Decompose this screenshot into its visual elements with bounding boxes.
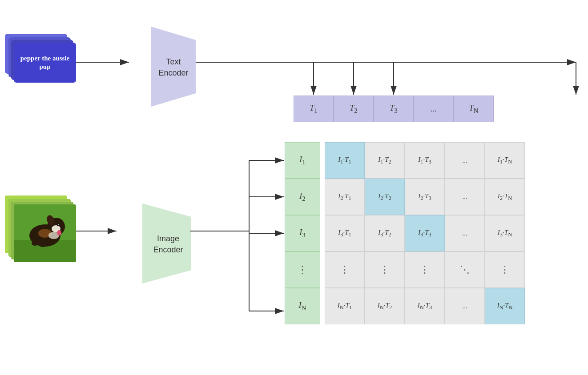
sim-cell-dots-N: ⋮ [485,251,525,288]
image-encoder-shape: Image Encoder [116,195,213,292]
token-cell-3: T3 [374,96,414,122]
svg-marker-14 [151,27,196,107]
token-cell-2: T2 [334,96,374,122]
sim-cell-2-dots: ... [445,179,485,215]
sim-row-N: IN·T1 IN·T2 IN·T3 ... IN·TN [325,288,525,324]
sim-row-dots: ⋮ ⋮ ⋮ ⋱ ⋮ [325,251,525,288]
sim-cell-N-1: IN·T1 [325,288,365,324]
ie-label-2: I2 [299,191,306,203]
sim-cell-1-1: I1·T1 [325,142,365,179]
sim-row-2: I2·T1 I2·T2 I2·T3 ... I2·TN [325,179,525,215]
image-embed-col: I1 I2 I3 ⋮ IN [285,142,320,324]
sim-cell-2-N: I2·TN [485,179,525,215]
text-encoder-label-line1: Text [166,57,181,66]
token-label-2: T2 [350,104,358,115]
token-cell-N: TN [454,96,494,122]
sim-cell-dots-1: ⋮ [325,251,365,288]
sim-row-1: I1·T1 I1·T2 I1·T3 ... I1·TN [325,142,525,179]
token-label-3: T3 [390,104,398,115]
image-embed-1: I1 [285,142,320,179]
token-dots: ... [431,104,437,114]
sim-cell-N-2: IN·T2 [365,288,405,324]
sim-cell-N-N: IN·TN [485,288,525,324]
svg-marker-15 [142,203,191,283]
token-cell-dots: ... [414,96,454,122]
sim-cell-2-1: I2·T1 [325,179,365,215]
ie-label-3: I3 [299,228,306,239]
sim-cell-dots-3: ⋮ [405,251,445,288]
ie-dots: ⋮ [297,263,308,276]
svg-point-6 [58,224,59,225]
image-embed-2: I2 [285,179,320,215]
svg-point-9 [32,241,39,246]
sim-cell-3-1: I3·T1 [325,215,365,251]
dog-image-svg [14,204,76,262]
sim-cell-1-dots: ... [445,142,485,179]
image-encoder-label-line1: Image [157,234,179,243]
sim-cell-3-N: I3·TN [485,215,525,251]
text-encoder-label-line2: Encoder [158,68,188,77]
svg-point-5 [57,223,60,226]
sim-cell-1-2: I1·T2 [365,142,405,179]
sim-cell-1-3: I1·T3 [405,142,445,179]
token-label-N: TN [469,104,479,115]
token-cell-1: T1 [294,96,334,122]
sim-cell-2-2: I2·T2 [365,179,405,215]
svg-point-10 [40,243,46,247]
image-embed-3: I3 [285,215,320,251]
image-encoder-label-line2: Encoder [153,245,183,254]
sim-cell-N-3: IN·T3 [405,288,445,324]
sim-cell-dots-2: ⋮ [365,251,405,288]
image-embed-N: IN [285,288,320,324]
sim-cell-dots-diag: ⋱ [445,251,485,288]
sim-cell-3-dots: ... [445,215,485,251]
sim-cell-1-N: I1·TN [485,142,525,179]
sim-row-3: I3·T1 I3·T2 I3·T3 ... I3·TN [325,215,525,251]
text-encoder-shape: Text Encoder [125,22,213,111]
sim-cell-N-dots: ... [445,288,485,324]
text-card-front: pepper the aussie pup [14,43,76,83]
token-label-1: T1 [310,104,318,115]
ie-label-N: IN [299,301,306,312]
sim-cell-3-2: I3·T2 [365,215,405,251]
similarity-matrix: I1·T1 I1·T2 I1·T3 ... I1·TN I2·T1 I2·T2 … [325,142,525,324]
ie-label-1: I1 [299,155,306,166]
image-embed-dots: ⋮ [285,251,320,288]
text-input-label: pepper the aussie pup [17,54,72,72]
token-row: T1 T2 T3 ... TN [294,96,494,122]
sim-cell-2-3: I2·T3 [405,179,445,215]
sim-cell-3-3: I3·T3 [405,215,445,251]
